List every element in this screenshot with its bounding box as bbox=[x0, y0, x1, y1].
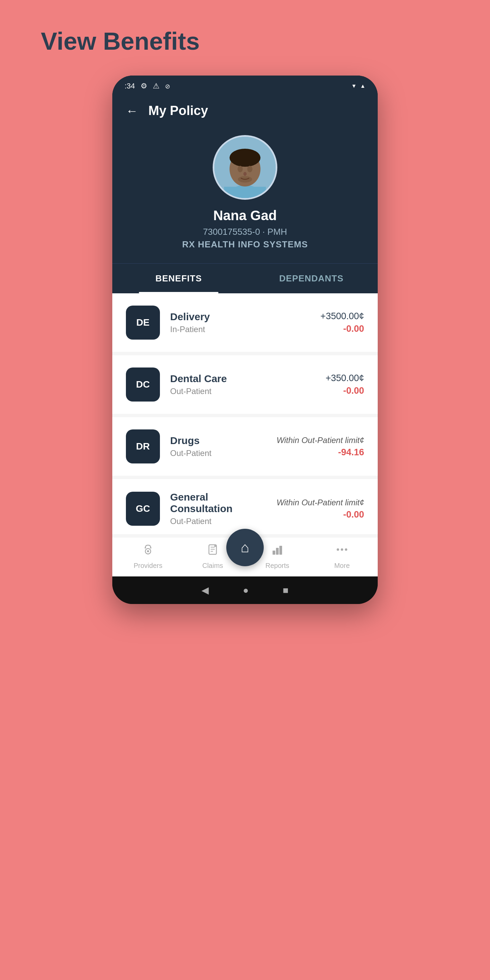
benefit-type-drugs: Out-Patient bbox=[170, 449, 266, 458]
android-home[interactable]: ● bbox=[243, 585, 249, 596]
benefit-limit-text-gc: Within Out-Patient limit¢ bbox=[277, 498, 364, 508]
profile-section: Nana Gad 7300175535-0 · PMH RX HEALTH IN… bbox=[112, 128, 378, 263]
svg-point-9 bbox=[238, 176, 252, 183]
user-policy: 7300175535-0 · PMH bbox=[203, 227, 287, 237]
phone-frame: :34 ▼ ▲ ← My Policy bbox=[112, 76, 378, 604]
android-back[interactable]: ◀ bbox=[202, 585, 209, 596]
benefit-item-drugs[interactable]: DR Drugs Out-Patient Within Out-Patient … bbox=[112, 417, 378, 479]
page-title: View Benefits bbox=[41, 27, 200, 55]
svg-point-6 bbox=[237, 166, 243, 172]
benefit-limit-dental: +350.00¢ bbox=[326, 373, 364, 383]
tab-benefits[interactable]: BENEFITS bbox=[112, 264, 245, 293]
benefit-name-gc: General Consultation bbox=[170, 492, 266, 514]
benefit-limit-delivery: +3500.00¢ bbox=[321, 311, 364, 321]
avatar bbox=[213, 135, 277, 200]
home-icon: ⌂ bbox=[240, 539, 249, 556]
benefit-amounts-delivery: +3500.00¢ -0.00 bbox=[321, 311, 364, 334]
benefit-name-delivery: Delivery bbox=[170, 311, 310, 323]
benefit-amounts-drugs: Within Out-Patient limit¢ -94.16 bbox=[277, 436, 364, 458]
status-right: ▼ ▲ bbox=[351, 83, 366, 89]
benefit-name-drugs: Drugs bbox=[170, 435, 266, 447]
header-title: My Policy bbox=[148, 103, 208, 118]
benefit-info-dental: Dental Care Out-Patient bbox=[170, 373, 315, 396]
benefit-info-gc: General Consultation Out-Patient bbox=[170, 492, 266, 526]
home-fab[interactable]: ⌂ bbox=[226, 529, 264, 566]
android-recent[interactable]: ■ bbox=[283, 585, 288, 596]
user-name: Nana Gad bbox=[213, 208, 277, 223]
wifi-icon: ▼ bbox=[351, 83, 356, 89]
benefit-type-gc: Out-Patient bbox=[170, 517, 266, 526]
status-left: :34 bbox=[124, 82, 170, 91]
svg-point-18 bbox=[337, 549, 339, 551]
benefit-amounts-gc: Within Out-Patient limit¢ -0.00 bbox=[277, 498, 364, 520]
benefit-used-dental: -0.00 bbox=[326, 385, 364, 396]
claims-label: Claims bbox=[202, 562, 223, 570]
svg-point-13 bbox=[150, 547, 151, 549]
benefit-amounts-dental: +350.00¢ -0.00 bbox=[326, 373, 364, 396]
benefit-icon-de: DE bbox=[126, 305, 160, 340]
svg-point-19 bbox=[341, 549, 343, 551]
tab-dependants[interactable]: DEPENDANTS bbox=[245, 264, 378, 293]
svg-point-20 bbox=[345, 549, 347, 551]
app-header: ← My Policy bbox=[112, 97, 378, 128]
more-label: More bbox=[334, 562, 350, 570]
user-company: RX HEALTH INFO SYSTEMS bbox=[182, 239, 308, 250]
block-icon bbox=[165, 82, 170, 91]
back-button[interactable]: ← bbox=[126, 104, 138, 118]
benefits-list: DE Delivery In-Patient +3500.00¢ -0.00 D… bbox=[112, 293, 378, 538]
svg-rect-16 bbox=[276, 548, 279, 555]
benefit-used-delivery: -0.00 bbox=[321, 324, 364, 334]
gear-icon bbox=[140, 82, 147, 91]
reports-label: Reports bbox=[266, 562, 289, 570]
svg-point-5 bbox=[230, 149, 261, 167]
svg-rect-17 bbox=[279, 546, 282, 555]
warning-icon bbox=[153, 82, 159, 91]
tabs-container: BENEFITS DEPENDANTS bbox=[112, 263, 378, 293]
benefit-item-dental[interactable]: DC Dental Care Out-Patient +350.00¢ -0.0… bbox=[112, 355, 378, 417]
benefit-icon-dr: DR bbox=[126, 430, 160, 463]
svg-rect-15 bbox=[272, 550, 275, 555]
svg-point-8 bbox=[243, 172, 247, 176]
providers-icon bbox=[142, 543, 154, 559]
benefit-name-dental: Dental Care bbox=[170, 373, 315, 385]
svg-point-7 bbox=[247, 166, 253, 172]
status-time: :34 bbox=[124, 82, 135, 91]
reports-icon bbox=[271, 543, 284, 559]
benefit-used-drugs: -94.16 bbox=[277, 447, 364, 458]
benefit-limit-text-drugs: Within Out-Patient limit¢ bbox=[277, 436, 364, 445]
signal-icon: ▲ bbox=[360, 83, 366, 89]
benefit-type-dental: Out-Patient bbox=[170, 387, 315, 396]
status-bar: :34 ▼ ▲ bbox=[112, 76, 378, 97]
svg-rect-2 bbox=[224, 187, 266, 198]
nav-item-more[interactable]: More bbox=[310, 543, 374, 570]
benefit-type-delivery: In-Patient bbox=[170, 325, 310, 334]
more-icon bbox=[336, 543, 348, 559]
bottom-nav: Providers Claims ⌂ bbox=[112, 538, 378, 576]
benefit-used-gc: -0.00 bbox=[277, 509, 364, 520]
benefit-info-delivery: Delivery In-Patient bbox=[170, 311, 310, 334]
benefit-icon-gc: GC bbox=[126, 492, 160, 526]
nav-item-providers[interactable]: Providers bbox=[116, 543, 180, 570]
android-nav-bar: ◀ ● ■ bbox=[112, 576, 378, 604]
benefit-icon-dc: DC bbox=[126, 368, 160, 401]
benefit-item-delivery[interactable]: DE Delivery In-Patient +3500.00¢ -0.00 bbox=[112, 293, 378, 355]
svg-point-11 bbox=[147, 550, 149, 552]
claims-icon bbox=[206, 543, 219, 559]
benefit-info-drugs: Drugs Out-Patient bbox=[170, 435, 266, 458]
providers-label: Providers bbox=[134, 562, 162, 570]
svg-point-12 bbox=[145, 547, 146, 549]
